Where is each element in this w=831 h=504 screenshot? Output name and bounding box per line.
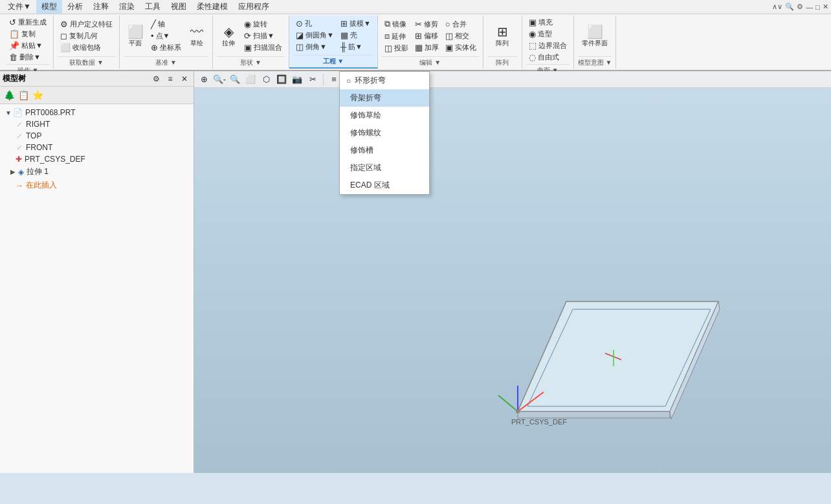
btn-merge[interactable]: ○合并: [443, 19, 479, 30]
expand-part-btn[interactable]: ▼: [5, 109, 13, 116]
sketch-icon: 〰: [190, 25, 203, 38]
btn-fill[interactable]: ▣填充: [526, 17, 570, 28]
viewport[interactable]: ⊕ 🔍- 🔍 ⬜ ⬡ 🔲 📷 ✂ ≡ ⊕: [194, 71, 831, 473]
minimize-icon[interactable]: —: [806, 3, 813, 11]
tree-item-front[interactable]: ⟋ FRONT: [0, 142, 194, 153]
edit-col3: ○合并 ◫相交 ▣实体化: [443, 19, 479, 53]
close-icon[interactable]: ✕: [823, 3, 828, 11]
btn-trim[interactable]: ✂修剪: [412, 19, 441, 30]
sec-btn-cut[interactable]: ✂: [305, 72, 320, 87]
btn-axis[interactable]: ╱轴: [148, 19, 184, 30]
settings-icon[interactable]: ⚙: [797, 3, 803, 11]
menu-model[interactable]: 模型: [36, 0, 62, 14]
btn-extend[interactable]: ⧈延伸: [382, 30, 411, 42]
btn-regenerate[interactable]: ↺重新生成: [6, 17, 49, 28]
search-icon[interactable]: 🔍: [785, 3, 794, 11]
btn-extrude[interactable]: ◈ 拉伸: [217, 20, 240, 52]
btn-rib[interactable]: ╫筋▼: [338, 41, 373, 52]
ecad-region-label: ECAD 区域: [350, 180, 390, 191]
btn-csys[interactable]: ⊕坐标系: [148, 42, 184, 53]
btn-part-interface[interactable]: ⬜ 零件界面: [579, 20, 610, 52]
blend-icon: ▣: [244, 43, 252, 52]
btn-thicken[interactable]: ▦加厚: [412, 42, 441, 53]
btn-blend[interactable]: ▣扫描混合: [241, 42, 285, 53]
btn-copy[interactable]: 📋复制: [6, 28, 49, 39]
sec-btn-fit[interactable]: ⬜: [243, 72, 258, 87]
menu-annotation[interactable]: 注释: [88, 0, 114, 14]
sec-btn-perspective[interactable]: ⬡: [259, 72, 273, 87]
btn-sweep[interactable]: ⟳扫描▼: [241, 30, 285, 41]
btn-project[interactable]: ◫投影: [382, 43, 411, 54]
csys-icon: ⊕: [151, 43, 158, 52]
btn-user-feature[interactable]: ⚙用户定义特征: [58, 19, 115, 30]
hole-icon: ⊙: [296, 19, 303, 28]
menu-item-assign-region[interactable]: 指定区域: [340, 159, 429, 177]
sec-btn-snapshot[interactable]: 📷: [290, 72, 304, 87]
btn-boundary-blend[interactable]: ⬚边界混合: [526, 40, 570, 51]
btn-delete[interactable]: 🗑删除▼: [6, 52, 49, 63]
menu-analysis[interactable]: 分析: [62, 0, 88, 14]
menu-item-spine-bend[interactable]: 骨架折弯: [340, 89, 429, 107]
btn-shell[interactable]: ▦壳: [338, 30, 373, 41]
tree-item-top[interactable]: ⟋ TOP: [0, 130, 194, 142]
insert-icon: →: [16, 181, 23, 190]
fill-icon: ▣: [529, 17, 537, 27]
menu-item-ecad-region[interactable]: ECAD 区域: [340, 177, 429, 194]
sidebar-icon-star[interactable]: ⭐: [31, 89, 44, 102]
project-icon: ◫: [384, 43, 392, 53]
btn-draft[interactable]: ⊞拔模▼: [338, 18, 373, 29]
menu-render[interactable]: 渲染: [114, 0, 140, 14]
tree-item-extrude[interactable]: ▶ ◈ 拉伸 1: [0, 165, 194, 179]
menu-item-deco-thread[interactable]: 修饰螺纹: [340, 124, 429, 142]
expand-extrude-btn[interactable]: ▶: [10, 168, 18, 175]
shape-label: 形状 ▼: [217, 56, 285, 67]
copy-geom-icon: ◻: [60, 31, 67, 41]
menu-tools[interactable]: 工具: [140, 0, 166, 14]
sketch-label: 草绘: [190, 39, 203, 47]
tree-item-right[interactable]: ⟋ RIGHT: [0, 118, 194, 130]
btn-style[interactable]: ◉造型: [526, 28, 570, 39]
btn-chamfer[interactable]: ◫倒角▼: [293, 41, 337, 52]
3d-viewport-svg[interactable]: PRT_CSYS_DEF: [194, 88, 831, 473]
sec-btn-1[interactable]: ⊕: [197, 72, 211, 87]
sidebar-settings-btn[interactable]: ⚙: [150, 72, 162, 85]
btn-point[interactable]: •点▼: [148, 30, 184, 41]
sidebar-close-btn[interactable]: ✕: [178, 72, 191, 85]
maximize-icon[interactable]: □: [815, 3, 820, 11]
sec-btn-zoom-out[interactable]: 🔍-: [212, 72, 227, 87]
sec-btn-shading[interactable]: 🔲: [274, 72, 289, 87]
tree-item-part[interactable]: ▼ 📄 PRT0068.PRT: [0, 107, 194, 118]
menu-flex[interactable]: 柔性建模: [192, 0, 233, 14]
btn-offset[interactable]: ⊞偏移: [412, 30, 441, 41]
btn-intersect[interactable]: ◫相交: [443, 30, 479, 41]
sec-btn-zoom-in[interactable]: 🔍: [228, 72, 242, 87]
sidebar-icon-filter[interactable]: 📋: [17, 89, 30, 102]
btn-sketch[interactable]: 〰 草绘: [185, 20, 208, 52]
menu-view[interactable]: 视图: [166, 0, 192, 14]
tree-item-csys[interactable]: ✚ PRT_CSYS_DEF: [0, 153, 194, 165]
btn-round[interactable]: ◪倒圆角▼: [293, 30, 337, 41]
btn-paste[interactable]: 📌粘贴▼: [6, 40, 49, 51]
menu-item-deco-sketch[interactable]: 修饰草绘: [340, 107, 429, 124]
btn-solidify[interactable]: ▣实体化: [443, 42, 479, 53]
section-content-ops: ↺重新生成 📋复制 📌粘贴▼ 🗑删除▼: [6, 17, 49, 63]
sidebar-expand-btn[interactable]: ≡: [164, 72, 177, 85]
datum-label: 基准 ▼: [124, 56, 208, 67]
menu-right-controls: ∧∨ 🔍 ⚙ — □ ✕: [772, 3, 828, 11]
sidebar-icon-tree[interactable]: 🌲: [3, 89, 16, 102]
menu-file[interactable]: 文件▼: [3, 0, 36, 14]
tree-item-insert-here[interactable]: → 在此插入: [0, 179, 194, 192]
btn-array[interactable]: ⊞ 阵列: [491, 20, 514, 52]
btn-freestyle[interactable]: ◌自由式: [526, 52, 570, 63]
rib-icon: ╫: [340, 42, 346, 52]
btn-hole[interactable]: ⊙孔: [293, 18, 337, 29]
menu-item-ring-bend[interactable]: ○ 环形折弯: [340, 72, 429, 89]
menu-apps[interactable]: 应用程序: [233, 0, 274, 14]
btn-shrinkwrap[interactable]: ⬜收缩包络: [58, 42, 115, 53]
btn-copy-geom[interactable]: ◻复制几何: [58, 30, 115, 41]
menu-item-deco-groove[interactable]: 修饰槽: [340, 142, 429, 159]
btn-plane[interactable]: ⬜ 平面: [124, 20, 147, 52]
btn-revolve[interactable]: ◉旋转: [241, 19, 285, 30]
btn-mirror[interactable]: ⧉镜像: [382, 18, 411, 30]
collapse-icon[interactable]: ∧∨: [772, 3, 782, 11]
